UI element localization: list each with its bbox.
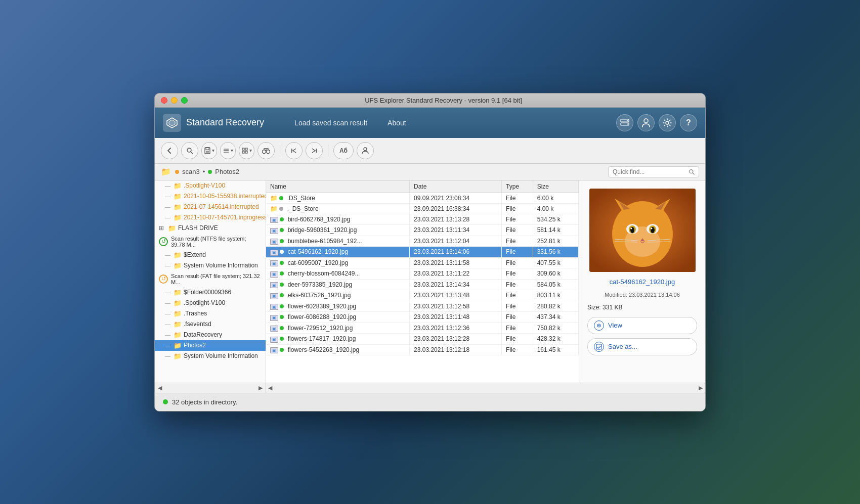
status-dot (280, 337, 284, 341)
save-button[interactable]: ▾ (201, 142, 217, 159)
list-view-button[interactable]: ▾ (220, 142, 236, 159)
next-button[interactable] (306, 142, 323, 159)
prev-button[interactable] (285, 142, 303, 159)
tree-item-folder00009366[interactable]: — 📁 $Folder00009366 (155, 287, 266, 298)
svg-point-8 (187, 148, 191, 152)
storage-icon-btn[interactable] (616, 114, 633, 131)
img-icon: ▣ (270, 260, 278, 266)
svg-marker-1 (169, 120, 175, 126)
status-bar: 32 objects in directory. (155, 393, 705, 411)
file-size: 437.34 k (533, 312, 578, 323)
close-button[interactable] (161, 97, 167, 104)
photos2-dot (208, 170, 212, 174)
file-date: 23.03.2021 13:11:34 (410, 225, 502, 236)
view-label: View (608, 322, 622, 329)
svg-point-4 (627, 120, 628, 121)
tree-item-flash-drive[interactable]: ⊞ 📁 FLASH DRIVE (155, 223, 266, 234)
search-button[interactable] (181, 142, 198, 159)
status-dot (279, 196, 283, 200)
grid-view-button[interactable]: ▾ (239, 142, 254, 159)
folder-icon-file: 📁 (270, 205, 278, 212)
img-icon: ▣ (270, 326, 278, 332)
maximize-button[interactable] (181, 97, 188, 104)
status-text: 32 objects in directory. (172, 398, 237, 406)
person-button[interactable] (357, 142, 374, 159)
table-row[interactable]: ▣ cat-6095007_1920.jpg 23.03.2021 13:11:… (266, 257, 579, 268)
table-row[interactable]: ▣ flowers-5452263_1920.jpg 23.03.2021 13… (266, 344, 579, 355)
col-type[interactable]: Type (502, 180, 533, 193)
file-date: 09.09.2021 23:08:34 (410, 193, 502, 203)
brand-name: Standard Recovery (186, 117, 264, 128)
table-row[interactable]: ▣ flowers-174817_1920.jpg 23.03.2021 13:… (266, 334, 579, 345)
status-dot (280, 271, 284, 276)
svg-rect-25 (291, 149, 292, 153)
tree-item-sysvolinfo2[interactable]: — 📁 System Volume Information (155, 351, 266, 361)
tree-label-sysvolinfo1: System Volume Information (184, 262, 258, 269)
file-date: 23.03.2021 13:13:28 (410, 214, 502, 225)
table-row[interactable]: ▣ elks-6037526_1920.jpg 23.03.2021 13:13… (266, 290, 579, 301)
tree-item-fseventsd[interactable]: — 📁 .fseventsd (155, 319, 266, 330)
folder-icon-2021-1: 📁 (174, 193, 182, 200)
tree-item-datarecovery[interactable]: — 📁 DataRecovery (155, 330, 266, 340)
preview-size: Size: 331 KB (587, 304, 622, 311)
status-dot (280, 315, 284, 319)
table-row[interactable]: 📁 ._DS_Store 23.09.2021 16:38:34 File 4.… (266, 203, 579, 214)
tree-label-sysvolinfo2: System Volume Information (184, 352, 258, 359)
col-date[interactable]: Date (410, 180, 502, 193)
table-row[interactable]: ▣ cherry-blossom-6084249... 23.03.2021 1… (266, 268, 579, 280)
table-row[interactable]: ▣ cat-5496162_1920.jpg 23.03.2021 13:14:… (266, 247, 579, 258)
tree-scroll-left[interactable]: ◀ (158, 385, 162, 391)
breadcrumb-scan3[interactable]: scan3 (182, 168, 200, 175)
help-icon-btn[interactable]: ? (680, 114, 697, 131)
table-row[interactable]: 📁 .DS_Store 09.09.2021 23:08:34 File 6.0… (266, 193, 579, 203)
tree-item-photos2[interactable]: — 📁 Photos2 (155, 340, 266, 351)
tree-label-scan-ntfs: Scan result (NTFS file system; 39.78 M..… (171, 236, 262, 248)
tree-item-sysvolinfo1[interactable]: — 📁 System Volume Information (155, 260, 266, 271)
tree-item-2021-3[interactable]: — 📁 2021-10-07-145701.inprogress (155, 212, 266, 223)
file-scroll-right[interactable]: ▶ (699, 385, 703, 391)
file-date: 23.09.2021 16:38:34 (410, 203, 502, 214)
view-button[interactable]: View (587, 317, 697, 334)
tree-label-folder000: $Folder00009366 (184, 289, 231, 296)
svg-point-27 (364, 148, 367, 151)
table-row[interactable]: ▣ bridge-5960361_1920.jpg 23.03.2021 13:… (266, 225, 579, 236)
table-row[interactable]: ▣ flower-6086288_1920.jpg 23.03.2021 13:… (266, 312, 579, 323)
file-date: 23.03.2021 13:12:18 (410, 344, 502, 355)
nav-load-scan[interactable]: Load saved scan result (284, 115, 377, 131)
tree-item-trashes[interactable]: — 📁 .Trashes (155, 308, 266, 319)
tree-scroll-right[interactable]: ▶ (259, 385, 263, 391)
quick-find-input[interactable] (613, 168, 685, 175)
table-row[interactable]: ▣ flower-6028389_1920.jpg 23.03.2021 13:… (266, 301, 579, 312)
table-row[interactable]: ▣ deer-5973385_1920.jpg 23.03.2021 13:14… (266, 279, 579, 290)
binoculars-button[interactable] (257, 142, 275, 159)
file-type: File (502, 323, 533, 334)
font-button[interactable]: Aб (333, 142, 354, 159)
tree-item-scan-fat[interactable]: ↺ Scan result (FAT file system; 321.32 M… (155, 271, 266, 287)
table-row[interactable]: ▣ flower-729512_1920.jpg 23.03.2021 13:1… (266, 323, 579, 334)
user-icon-btn[interactable] (637, 114, 655, 131)
tree-item-spotlight-v100[interactable]: — 📁 .Spotlight-V100 (155, 298, 266, 308)
tree-item-2021-1[interactable]: — 📁 2021-10-05-155938.interrupted (155, 191, 266, 202)
tree-item-extend[interactable]: — 📁 $Extend (155, 250, 266, 260)
nav-about[interactable]: About (377, 115, 416, 131)
file-name: 📁 .DS_Store (266, 193, 410, 203)
file-type: File (502, 290, 533, 301)
back-button[interactable] (161, 142, 178, 159)
table-row[interactable]: ▣ bird-6062768_1920.jpg 23.03.2021 13:13… (266, 214, 579, 225)
col-name[interactable]: Name (266, 180, 410, 193)
img-icon: ▣ (270, 271, 278, 278)
file-name: ▣ bird-6062768_1920.jpg (266, 214, 410, 225)
file-size: 584.05 k (533, 279, 578, 290)
table-row[interactable]: ▣ bumblebee-6105984_192... 23.03.2021 13… (266, 236, 579, 247)
breadcrumb-photos2[interactable]: Photos2 (215, 168, 239, 175)
minimize-button[interactable] (171, 97, 178, 104)
tree-item-2021-2[interactable]: — 📁 2021-07-145614.interrupted (155, 202, 266, 212)
tree-item-scan-ntfs[interactable]: ↺ Scan result (NTFS file system; 39.78 M… (155, 234, 266, 250)
file-scroll-left[interactable]: ◀ (268, 385, 272, 391)
save-as-button[interactable]: Save as... (587, 338, 697, 355)
svg-point-22 (267, 150, 270, 153)
tree-item-spotlight[interactable]: — 📁 .Spotlight-V100 (155, 180, 266, 191)
col-size[interactable]: Size (533, 180, 578, 193)
tree-label-2021-2: 2021-07-145614.interrupted (184, 203, 259, 210)
settings-icon-btn[interactable] (659, 114, 676, 131)
